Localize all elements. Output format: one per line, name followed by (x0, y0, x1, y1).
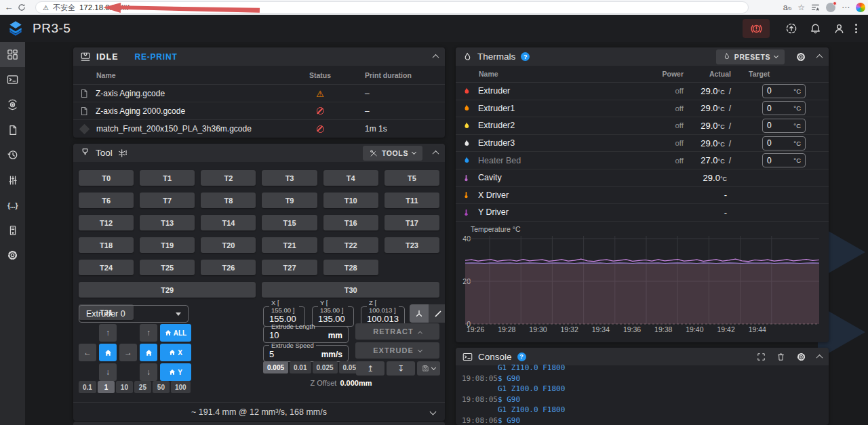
move-step-chip[interactable]: 25 (134, 381, 151, 393)
jog-z-plus-button[interactable]: ↑ (140, 324, 157, 342)
sidebar-item-gcode-files[interactable] (0, 117, 25, 142)
tool-button[interactable]: T2 (201, 170, 256, 186)
jog-x-plus-button[interactable]: → (119, 344, 137, 361)
z-step-chip[interactable]: 0.005 (263, 361, 288, 373)
tool-button[interactable]: T22 (323, 237, 378, 253)
sidebar-item-machine[interactable] (0, 218, 25, 243)
bell-icon[interactable] (810, 23, 821, 35)
tool-button[interactable]: T23 (384, 237, 439, 253)
sidebar-item-history[interactable] (0, 142, 25, 167)
extruder-select[interactable]: Extruder 0 (79, 305, 189, 323)
sidebar-item-macros[interactable]: {...} (0, 193, 25, 218)
heater-name[interactable]: Cavity (478, 173, 502, 182)
user-icon[interactable] (833, 23, 845, 35)
help-icon[interactable]: ? (517, 352, 526, 361)
collapse-icon[interactable] (433, 54, 439, 61)
heater-target-input[interactable]: 0°C (762, 153, 806, 167)
extrude-length-field[interactable]: Extrude Length 10mm (263, 323, 349, 343)
tool-button[interactable]: T7 (140, 193, 195, 208)
jog-y-minus-button[interactable]: ↓ (99, 363, 117, 381)
extrude-button[interactable]: EXTRUDE (355, 342, 439, 359)
tool-button[interactable]: T9 (262, 193, 317, 208)
trash-icon[interactable] (776, 352, 785, 361)
tool-button[interactable]: T28 (323, 260, 378, 275)
home-xy-button[interactable] (99, 344, 117, 361)
tool-button[interactable]: T1 (140, 170, 195, 186)
heater-name[interactable]: Y Driver (478, 207, 509, 217)
tools-menu-button[interactable]: TOOLS (363, 146, 422, 161)
browser-menu-icon[interactable]: ⋯ (842, 3, 850, 12)
tool-button[interactable]: T30 (262, 282, 439, 298)
move-step-chip[interactable]: 0.1 (79, 381, 96, 393)
extrude-speed-field[interactable]: Extrude Speed 5mm/s (263, 342, 349, 362)
extrusion-stats-bar[interactable]: ~ 191.4 mm @ 12 mm³/s, 168 mm/s (73, 402, 445, 421)
z-step-chip[interactable]: 0.025 (313, 361, 338, 373)
tool-button[interactable]: T4 (323, 170, 378, 186)
tool-button[interactable]: T20 (201, 237, 256, 253)
copilot-icon[interactable] (856, 3, 865, 12)
tool-button[interactable]: T26 (201, 260, 256, 275)
tool-button[interactable]: T11 (384, 193, 439, 208)
collapse-icon[interactable] (433, 150, 439, 157)
file-row[interactable]: Z-axis Aging 2000.gcode ⚠ – (73, 102, 445, 120)
tool-button[interactable]: T17 (384, 215, 439, 230)
emergency-stop-button[interactable] (743, 19, 770, 38)
fullscreen-icon[interactable] (757, 352, 766, 361)
heater-target-input[interactable]: 0°C (762, 136, 806, 150)
heater-name[interactable]: Extruder1 (478, 104, 515, 113)
tool-button[interactable]: T19 (140, 237, 195, 253)
presets-button[interactable]: PRESETS (716, 49, 785, 64)
help-icon[interactable]: ? (521, 52, 530, 61)
tool-button[interactable]: T8 (201, 193, 256, 208)
sidebar-item-console[interactable] (0, 67, 25, 92)
z-offset-down-button[interactable]: ↧ (387, 361, 415, 376)
favorite-star-icon[interactable]: ☆ (797, 3, 805, 12)
home-y-button[interactable]: Y (160, 363, 191, 381)
home-all-button[interactable]: ALL (160, 324, 191, 342)
browser-back-icon[interactable]: ← (0, 2, 18, 12)
address-bar[interactable]: ⚠ 不安全 172.18.0.50/#/ (35, 1, 749, 14)
heater-name[interactable]: Extruder (478, 86, 510, 96)
heater-target-input[interactable]: 0°C (762, 119, 806, 133)
z-offset-save-button[interactable] (417, 361, 440, 376)
tool-button[interactable]: T16 (323, 215, 378, 230)
tool-button[interactable]: T14 (201, 215, 256, 230)
heater-name[interactable]: Extruder2 (478, 121, 515, 130)
tool-button[interactable]: T3 (262, 170, 317, 186)
tool-button[interactable]: T21 (262, 237, 317, 253)
z-position-field[interactable]: Z [ 100.013 ] 100.013 (361, 299, 405, 327)
browser-profile-avatar[interactable] (826, 3, 835, 12)
tool-button[interactable]: T25 (140, 260, 195, 275)
retract-button[interactable]: RETRACT (355, 323, 439, 340)
move-step-chip[interactable]: 50 (153, 381, 170, 393)
home-x-button[interactable]: X (160, 344, 191, 361)
tool-button[interactable]: T27 (262, 260, 317, 275)
collapse-icon[interactable] (816, 354, 823, 361)
z-offset-up-button[interactable]: ↥ (356, 361, 384, 376)
gear-icon[interactable] (796, 352, 806, 362)
heater-target-input[interactable]: 0°C (762, 84, 806, 98)
sidebar-item-webcam[interactable] (0, 92, 25, 117)
jog-x-minus-button[interactable]: ← (79, 344, 96, 361)
heater-name[interactable]: Heater Bed (478, 156, 521, 165)
precise-mode-icon[interactable] (429, 304, 445, 323)
heater-name[interactable]: X Driver (478, 190, 509, 200)
tool-button[interactable]: T10 (323, 193, 378, 208)
tool-button[interactable]: T5 (384, 170, 439, 186)
heater-name[interactable]: Extruder3 (478, 138, 515, 148)
tool-button[interactable]: T29 (79, 282, 256, 298)
tool-button[interactable]: T15 (262, 215, 317, 230)
file-row[interactable]: match_Front_200x150_PLA_3h36m.gcode ⚠ 1m… (73, 120, 445, 138)
sidebar-item-tune[interactable] (0, 167, 25, 193)
tool-button[interactable]: T12 (79, 215, 134, 230)
update-icon[interactable] (785, 22, 797, 35)
collapse-icon[interactable] (816, 54, 823, 61)
tool-button[interactable]: T0 (79, 170, 134, 186)
translate-icon[interactable]: a⁄b (783, 3, 791, 12)
sidebar-item-dashboard[interactable] (0, 42, 25, 67)
reprint-button[interactable]: RE-PRINT (134, 52, 177, 62)
heater-target-input[interactable]: 0°C (762, 101, 806, 115)
tool-button[interactable]: T13 (140, 215, 195, 230)
jog-mode-icon[interactable] (410, 304, 429, 323)
move-step-chip[interactable]: 1 (98, 381, 115, 393)
